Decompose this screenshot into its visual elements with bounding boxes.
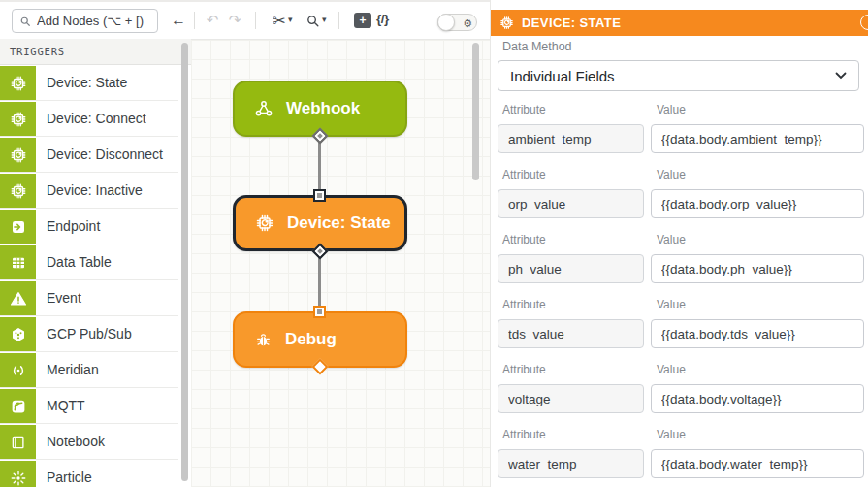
value-input[interactable]: [651, 319, 864, 348]
sidebar-item-label: Endpoint: [36, 209, 100, 244]
sidebar-item-particle[interactable]: Particle: [0, 460, 178, 487]
device-input-port[interactable]: [313, 189, 326, 202]
sidebar-item-mqtt[interactable]: MQTT: [0, 388, 178, 424]
sidebar-item-event[interactable]: Event: [0, 280, 178, 316]
edge-webhook-device[interactable]: [318, 136, 321, 196]
attribute-label: Attribute: [502, 168, 546, 181]
payload-braces-icon[interactable]: {/}: [376, 12, 389, 26]
toggle-knob[interactable]: [437, 14, 455, 31]
sidebar-item-label: Event: [36, 280, 81, 315]
sidebar-item-device-disconnect[interactable]: Device: Disconnect: [0, 137, 178, 173]
particle-icon: [0, 461, 36, 487]
attribute-label: Attribute: [502, 363, 546, 376]
sidebar-item-label: Meridian: [36, 352, 99, 387]
device-state-icon: [0, 66, 36, 100]
debug-input-port[interactable]: [313, 306, 326, 318]
attribute-value-row: AttributeValue: [491, 231, 868, 291]
toolbar: ← ↶ ↷ ✂ ▾ ▾ + {/} ⚙: [0, 2, 490, 39]
sidebar-item-label: Notebook: [36, 424, 105, 459]
attribute-input[interactable]: [498, 124, 644, 153]
attribute-value-row: AttributeValue: [491, 426, 868, 486]
search-input[interactable]: [37, 14, 150, 28]
device-state-icon: [255, 213, 274, 233]
node-palette-sidebar: TRIGGERS Device: StateDevice: ConnectDev…: [0, 39, 191, 487]
sidebar-item-label: MQTT: [36, 388, 85, 423]
cut-caret-icon[interactable]: ▾: [288, 15, 293, 24]
canvas-scrollbar[interactable]: [472, 43, 479, 180]
value-label: Value: [657, 428, 686, 441]
attribute-label: Attribute: [502, 428, 546, 441]
mqtt-icon: [0, 389, 36, 423]
panel-title: DEVICE: STATE: [522, 16, 621, 30]
panel-header: DEVICE: STATE: [491, 10, 868, 36]
device-connect-icon: [0, 102, 36, 136]
sidebar-item-label: Data Table: [36, 244, 112, 279]
value-input[interactable]: [651, 189, 864, 218]
notebook-icon: [0, 425, 36, 459]
sidebar-item-notebook[interactable]: Notebook: [0, 424, 178, 460]
value-label: Value: [657, 233, 686, 246]
node-label: Debug: [285, 330, 337, 349]
zoom-icon[interactable]: [302, 9, 323, 32]
redo-button[interactable]: ↷: [224, 9, 245, 32]
chevron-down-icon: [835, 72, 847, 80]
help-icon[interactable]: [860, 15, 868, 30]
sidebar-item-label: Particle: [36, 460, 92, 487]
sidebar-item-gcp-pub-sub[interactable]: GCP Pub/Sub: [0, 316, 178, 352]
event-icon: [0, 281, 36, 315]
attribute-value-row: AttributeValue: [491, 166, 868, 226]
add-nodes-search[interactable]: [12, 9, 158, 33]
trigger-node-list: Device: StateDevice: ConnectDevice: Disc…: [0, 65, 191, 487]
device-disconnect-icon: [0, 138, 36, 172]
node-config-panel: DEVICE: STATE Data Method Individual Fie…: [490, 0, 868, 487]
attribute-value-row: AttributeValue: [491, 101, 868, 161]
sidebar-item-device-connect[interactable]: Device: Connect: [0, 101, 178, 137]
gear-icon: ⚙: [463, 16, 472, 31]
data-method-value: Individual Fields: [510, 68, 615, 84]
sidebar-item-data-table[interactable]: Data Table: [0, 244, 178, 280]
node-label: Device: State: [287, 213, 391, 233]
attribute-value-row: AttributeValue: [491, 296, 868, 356]
data-method-select[interactable]: Individual Fields: [498, 60, 859, 91]
sidebar-item-device-inactive[interactable]: Device: Inactive: [0, 173, 178, 209]
sidebar-item-meridian[interactable]: Meridian: [0, 352, 178, 388]
search-icon: [19, 16, 31, 27]
webhook-icon: [254, 99, 273, 118]
attribute-input[interactable]: [498, 319, 644, 348]
sidebar-item-label: Device: Inactive: [36, 173, 143, 208]
device-state-icon: [499, 16, 514, 30]
workflow-canvas[interactable]: Webhook Device: State Debug: [191, 39, 490, 487]
cut-icon[interactable]: ✂: [269, 9, 290, 32]
attribute-input[interactable]: [498, 189, 644, 218]
value-label: Value: [657, 363, 686, 376]
value-input[interactable]: [651, 254, 864, 283]
data-method-label: Data Method: [502, 40, 572, 53]
sidebar-item-label: GCP Pub/Sub: [36, 316, 132, 351]
attribute-input[interactable]: [498, 449, 644, 478]
add-note-icon[interactable]: +: [354, 13, 371, 28]
toolbar-divider: [338, 12, 339, 29]
settings-toggle[interactable]: ⚙: [437, 14, 477, 31]
sidebar-item-endpoint[interactable]: Endpoint: [0, 209, 178, 244]
undo-button[interactable]: ↶: [202, 9, 223, 32]
value-input[interactable]: [651, 449, 864, 478]
value-input[interactable]: [651, 124, 864, 153]
sidebar-item-label: Device: State: [36, 65, 127, 100]
value-label: Value: [657, 168, 686, 181]
edge-device-debug[interactable]: [318, 251, 321, 311]
value-label: Value: [657, 298, 686, 311]
attribute-label: Attribute: [502, 298, 546, 311]
debug-icon: [254, 331, 273, 349]
device-inactive-icon: [0, 174, 36, 208]
triggers-section-header: TRIGGERS: [0, 39, 191, 65]
sidebar-item-label: Device: Disconnect: [36, 137, 163, 172]
attribute-input[interactable]: [498, 384, 644, 413]
gcp-pubsub-icon: [0, 317, 36, 351]
sidebar-scrollbar[interactable]: [181, 43, 188, 481]
value-input[interactable]: [651, 384, 864, 413]
attribute-input[interactable]: [498, 254, 644, 283]
zoom-caret-icon[interactable]: ▾: [322, 15, 327, 24]
sidebar-item-device-state[interactable]: Device: State: [0, 65, 178, 101]
back-button[interactable]: ←: [168, 9, 189, 32]
meridian-icon: [0, 353, 36, 387]
